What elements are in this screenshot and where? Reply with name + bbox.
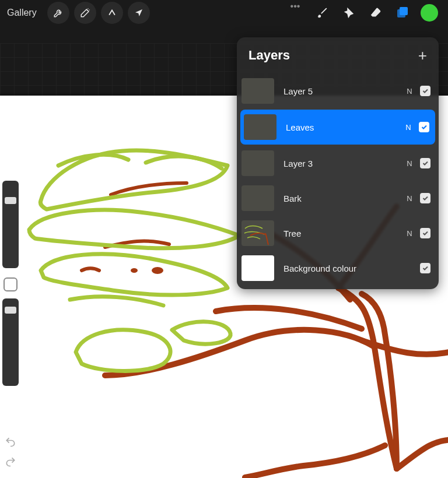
gallery-link[interactable]: Gallery: [7, 8, 37, 18]
panel-title: Layers: [249, 48, 290, 63]
visibility-checkbox[interactable]: [420, 158, 430, 168]
layer-row[interactable]: Layer 3N: [237, 146, 439, 181]
visibility-checkbox[interactable]: [420, 263, 430, 273]
layer-row[interactable]: TreeN: [237, 216, 439, 251]
selection-icon[interactable]: [101, 2, 123, 24]
layer-name-label: Bark: [284, 194, 406, 203]
redo-icon[interactable]: [2, 454, 19, 470]
blend-mode-label[interactable]: N: [406, 194, 413, 203]
color-swatch[interactable]: [418, 1, 441, 24]
layer-thumbnail[interactable]: [242, 78, 274, 104]
undo-icon[interactable]: [2, 434, 19, 450]
smudge-icon[interactable]: [337, 1, 360, 24]
blend-mode-label[interactable]: N: [405, 123, 412, 132]
visibility-checkbox[interactable]: [420, 86, 430, 96]
layer-row[interactable]: LeavesN: [240, 110, 435, 145]
layer-name-label: Tree: [284, 229, 406, 238]
layer-thumbnail[interactable]: [244, 114, 276, 140]
wrench-icon[interactable]: [47, 2, 69, 24]
visibility-checkbox[interactable]: [420, 228, 430, 238]
layer-name-label: Layer 3: [284, 159, 406, 168]
layer-thumbnail[interactable]: [242, 220, 274, 246]
layer-name-label: Background colour: [284, 263, 406, 273]
layer-name-label: Leaves: [286, 122, 405, 132]
svg-point-2: [152, 267, 163, 274]
layer-thumbnail[interactable]: [242, 255, 274, 281]
blend-mode-label[interactable]: N: [406, 87, 413, 96]
visibility-checkbox[interactable]: [420, 193, 430, 203]
layer-row[interactable]: BarkN: [237, 181, 439, 216]
brush-icon[interactable]: [310, 1, 334, 24]
svg-point-3: [131, 268, 138, 273]
more-icon[interactable]: •••: [284, 0, 307, 18]
visibility-checkbox[interactable]: [419, 122, 429, 132]
move-icon[interactable]: [128, 2, 150, 24]
blend-mode-label[interactable]: N: [406, 159, 413, 168]
layer-thumbnail[interactable]: [242, 150, 274, 176]
side-sliders: [0, 181, 21, 395]
layer-row[interactable]: Layer 5N: [237, 73, 439, 108]
wand-icon[interactable]: [74, 2, 96, 24]
svg-rect-1: [400, 7, 408, 15]
layer-name-label: Layer 5: [284, 86, 406, 96]
add-layer-button[interactable]: +: [418, 48, 427, 63]
blend-mode-label[interactable]: N: [406, 229, 413, 238]
layers-panel: Layers + Layer 5NLeavesNLayer 3NBarkNTre…: [237, 37, 439, 289]
layer-thumbnail[interactable]: [242, 185, 274, 211]
layer-row[interactable]: Background colour: [237, 251, 439, 286]
top-toolbar: Gallery •••: [0, 0, 448, 26]
modifier-button[interactable]: [4, 277, 18, 291]
layers-icon[interactable]: [391, 1, 414, 24]
brush-size-slider[interactable]: [2, 181, 19, 268]
eraser-icon[interactable]: [364, 1, 387, 24]
opacity-slider[interactable]: [2, 298, 19, 386]
